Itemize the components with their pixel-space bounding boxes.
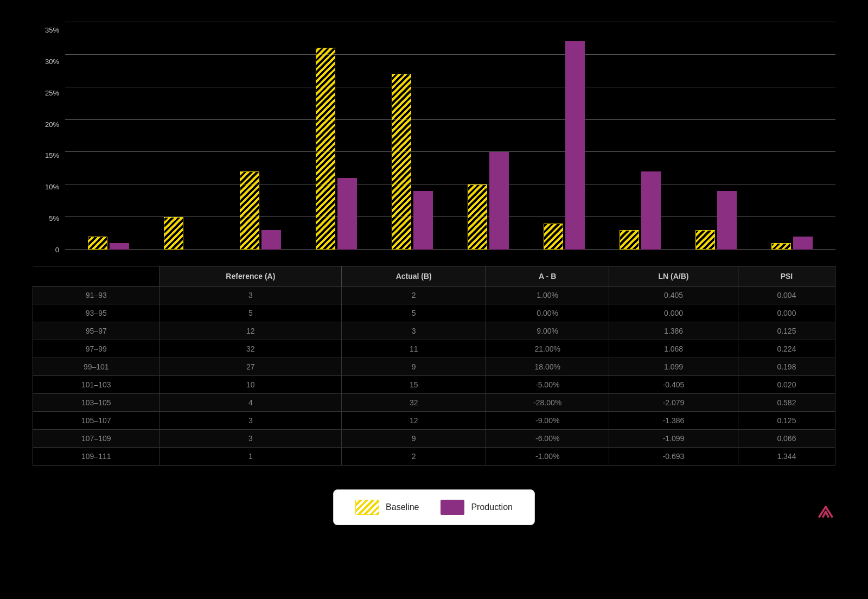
table-cell: -1.00% [486, 448, 609, 466]
legend-item-baseline: Baseline [355, 500, 419, 515]
table-cell: 9.00% [486, 322, 609, 340]
bar-group [526, 22, 602, 250]
bar-production [110, 243, 129, 250]
table-cell: 91–93 [33, 286, 160, 304]
table-cell: -0.693 [609, 448, 738, 466]
table-row: 99–10127918.00%1.0990.198 [33, 358, 835, 376]
legend-item-production: Production [441, 500, 513, 515]
bar-group [71, 22, 146, 250]
table-cell: 9 [342, 358, 486, 376]
bar-wrapper-baseline [544, 22, 563, 250]
bar-wrapper-production [793, 22, 813, 250]
table-cell: 2 [342, 286, 486, 304]
table-container: Reference (A) Actual (B) A - B LN (A/B) … [33, 266, 835, 466]
col-header-actual: Actual (B) [342, 266, 486, 286]
bar-baseline [771, 243, 791, 250]
bar-wrapper-production [261, 22, 281, 250]
table-cell: 1.068 [609, 340, 738, 358]
table-cell: 95–97 [33, 322, 160, 340]
bar-wrapper-production [489, 22, 509, 250]
bar-wrapper-baseline [392, 22, 411, 250]
table-cell: 0.224 [738, 340, 835, 358]
bottom-area: Baseline Production [33, 484, 835, 525]
bar-production [565, 41, 585, 250]
table-cell: 32 [159, 340, 342, 358]
bar-group [678, 22, 754, 250]
bar-baseline [240, 171, 259, 250]
table-cell: 0.00% [486, 304, 609, 322]
bar-production [337, 178, 357, 250]
bar-production [261, 230, 281, 250]
bar-group [602, 22, 678, 250]
bar-wrapper-production [641, 22, 661, 250]
table-cell: 5 [342, 304, 486, 322]
bar-baseline [164, 217, 183, 250]
bar-wrapper-baseline [771, 22, 791, 250]
table-cell: 0.004 [738, 286, 835, 304]
table-cell: 0.405 [609, 286, 738, 304]
col-header-psi: PSI [738, 266, 835, 286]
bar-wrapper-baseline [240, 22, 259, 250]
table-row: 93–95550.00%0.0000.000 [33, 304, 835, 322]
table-cell: 0.198 [738, 358, 835, 376]
y-label: 0 [55, 245, 62, 253]
y-label: 5% [49, 214, 62, 222]
bar-baseline [468, 184, 487, 250]
table-cell: 99–101 [33, 358, 160, 376]
y-label: 20% [45, 120, 62, 128]
table-cell: 1.386 [609, 322, 738, 340]
table-cell: 3 [159, 412, 342, 430]
table-cell: -2.079 [609, 394, 738, 412]
table-row: 105–107312-9.00%-1.3860.125 [33, 412, 835, 430]
table-cell: 105–107 [33, 412, 160, 430]
bar-baseline [544, 224, 563, 250]
table-cell: 11 [342, 340, 486, 358]
table-cell: 1 [159, 448, 342, 466]
y-label: 15% [45, 151, 62, 160]
table-cell: 2 [342, 448, 486, 466]
bar-baseline [392, 74, 411, 250]
y-label: 35% [45, 26, 62, 34]
bar-group [450, 22, 526, 250]
table-cell: 4 [159, 394, 342, 412]
table-cell: -1.386 [609, 412, 738, 430]
table-cell: 10 [159, 376, 342, 394]
chart-area: 35% 30% 25% 20% 15% 10% 5% 0 [33, 22, 835, 250]
bar-group [298, 22, 374, 250]
bar-wrapper-production [110, 22, 129, 250]
table-cell: 103–105 [33, 394, 160, 412]
table-cell: 15 [342, 376, 486, 394]
table-cell: 3 [159, 430, 342, 448]
col-header-ln: LN (A/B) [609, 266, 738, 286]
table-cell: 1.00% [486, 286, 609, 304]
bar-wrapper-baseline [88, 22, 107, 250]
table-cell: -0.405 [609, 376, 738, 394]
table-cell: 97–99 [33, 340, 160, 358]
logo-icon [816, 502, 835, 521]
bar-wrapper-production [413, 22, 433, 250]
table-cell: -1.099 [609, 430, 738, 448]
bar-baseline [88, 237, 107, 250]
table-cell: -5.00% [486, 376, 609, 394]
table-row: 109–11112-1.00%-0.6931.344 [33, 448, 835, 466]
table-cell: 107–109 [33, 430, 160, 448]
table-row: 95–971239.00%1.3860.125 [33, 322, 835, 340]
bar-production [641, 171, 661, 250]
table-cell: 1.344 [738, 448, 835, 466]
bars-container [65, 22, 835, 250]
legend-swatch-production [441, 500, 464, 515]
table-cell: 9 [342, 430, 486, 448]
bar-wrapper-baseline [316, 22, 335, 250]
table-cell: 3 [342, 322, 486, 340]
bar-baseline [316, 48, 335, 250]
table-row: 97–99321121.00%1.0680.224 [33, 340, 835, 358]
table-cell: 5 [159, 304, 342, 322]
table-row: 91–93321.00%0.4050.004 [33, 286, 835, 304]
table-row: 101–1031015-5.00%-0.4050.020 [33, 376, 835, 394]
table-cell: 0.125 [738, 322, 835, 340]
table-cell: 0.582 [738, 394, 835, 412]
bar-wrapper-production [186, 22, 205, 250]
table-cell: 101–103 [33, 376, 160, 394]
bar-group [222, 22, 298, 250]
table-cell: -9.00% [486, 412, 609, 430]
